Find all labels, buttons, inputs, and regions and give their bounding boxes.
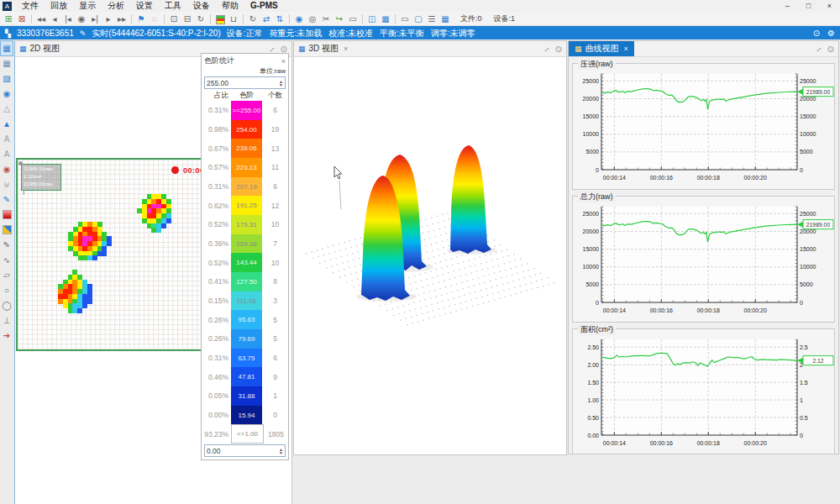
expand-icon[interactable]: ↕ — [267, 44, 276, 53]
palette-icon[interactable] — [1, 223, 13, 237]
video-icon[interactable]: ⊡ — [167, 13, 181, 25]
list-icon[interactable]: ☰ — [425, 13, 438, 25]
pressure-cell — [166, 218, 171, 223]
peak-3d-icon[interactable]: ▲ — [1, 117, 13, 131]
first-frame-icon[interactable]: |◂ — [61, 13, 75, 25]
step-back-icon[interactable]: ◂ — [48, 13, 61, 25]
polygon-icon[interactable]: ▱ — [1, 268, 13, 282]
target-2d-icon[interactable]: ◉ — [1, 87, 13, 101]
svg-text:15000: 15000 — [800, 246, 816, 252]
grid-2d-icon[interactable]: ▦ — [1, 56, 13, 71]
tab-curves[interactable]: ▦ 曲线视图 × — [569, 41, 634, 56]
tooltip-handle[interactable] — [18, 161, 23, 165]
panel-settings-icon[interactable]: ⊙ — [555, 45, 562, 54]
stats-close-icon[interactable]: × — [281, 57, 286, 66]
expand-icon[interactable]: ↕ — [814, 44, 823, 53]
layout-grid-icon[interactable]: ▦ — [379, 13, 392, 25]
menu-8[interactable]: G-PMS — [244, 0, 284, 12]
pin-icon[interactable]: ⚑ — [134, 13, 148, 25]
loop-icon[interactable]: ◌ — [148, 13, 161, 25]
cut-icon[interactable]: ✂ — [319, 13, 333, 25]
measurement-tooltip[interactable]: 21989.00raw 2.12cm² 21989.00raw — [21, 164, 61, 191]
pressure-cell — [107, 241, 112, 246]
remove-icon[interactable]: ⊠ — [15, 13, 29, 25]
expand-icon[interactable]: ↕ — [542, 44, 551, 53]
record-target-icon[interactable]: ◉ — [1, 162, 13, 176]
layout-split-icon[interactable]: ◫ — [365, 13, 379, 25]
polyline-icon[interactable]: ∿ — [1, 253, 13, 267]
panel-3d-body[interactable] — [294, 57, 566, 454]
surface-3d-plot[interactable] — [294, 57, 564, 454]
spinner-arrows-icon[interactable]: ▲▼ — [279, 448, 283, 454]
stop-record-icon[interactable]: ◉ — [75, 13, 88, 25]
colorbar-icon[interactable] — [213, 13, 227, 25]
video-refresh-icon[interactable]: ↻ — [194, 13, 207, 25]
menu-5[interactable]: 工具 — [159, 0, 187, 12]
area-chart[interactable]: 00:00:1400:00:1600:00:1800:00:200.0000.5… — [575, 334, 836, 450]
menu-7[interactable]: 帮助 — [216, 0, 244, 12]
menu-0[interactable]: 文件 — [16, 0, 45, 12]
monitor-icon[interactable]: ▢ — [412, 13, 425, 25]
tooltip-pressure: 21989.00raw — [24, 165, 59, 173]
avg-box-icon[interactable]: A — [1, 147, 13, 161]
last-frame-icon[interactable]: ▸| — [88, 13, 102, 25]
panel-settings-icon[interactable]: ⊙ — [827, 45, 834, 54]
play-icon[interactable]: ▸ — [102, 13, 115, 25]
menu-3[interactable]: 分析 — [102, 0, 130, 12]
layout-icon[interactable]: ▦ — [1, 41, 13, 55]
info-icon[interactable]: ⊙ — [813, 29, 820, 38]
frame-icon[interactable]: ▭ — [398, 13, 412, 25]
edit-icon[interactable]: ✎ — [80, 29, 87, 38]
ruler-icon[interactable]: ⊥ — [1, 313, 13, 328]
force-chart[interactable]: 00:00:1400:00:1600:00:1800:00:2000500050… — [575, 202, 836, 318]
tab-2d-label[interactable]: 2D 视图 — [30, 43, 60, 55]
export-icon[interactable]: ↪ — [333, 13, 346, 25]
close-button[interactable]: × — [819, 0, 840, 12]
avg-left-icon[interactable]: A — [1, 132, 13, 146]
minimize-button[interactable]: – — [777, 0, 798, 12]
svg-text:5000: 5000 — [800, 281, 813, 287]
circle-tool-icon[interactable]: ○ — [1, 283, 13, 297]
pen-blue-icon[interactable]: ✎ — [1, 192, 13, 207]
menu-2[interactable]: 显示 — [73, 0, 102, 12]
bucket-icon[interactable]: ⊔ — [227, 13, 240, 25]
spinner-arrows-icon[interactable]: ▲▼ — [279, 80, 283, 87]
fast-forward-icon[interactable]: ▸▸ — [115, 13, 129, 25]
menu-4[interactable]: 设置 — [130, 0, 159, 12]
video-off-icon[interactable]: ⊟ — [181, 13, 194, 25]
maximize-button[interactable]: □ — [798, 0, 819, 12]
exit-icon[interactable]: ➔ — [1, 328, 13, 343]
tab-close-icon[interactable]: × — [344, 45, 348, 53]
pencil-icon[interactable]: ✎ — [1, 238, 13, 252]
menu-1[interactable]: 回放 — [45, 0, 73, 12]
row-count: 0 — [265, 406, 286, 425]
region-icon[interactable]: ▭ — [346, 13, 360, 25]
tab-close-icon[interactable]: × — [624, 45, 628, 53]
settings-icon[interactable]: ⚙ — [827, 29, 835, 38]
tab-3d-label[interactable]: 3D 视图 — [309, 43, 339, 55]
stats-row: 0.41%127.508 — [204, 272, 286, 291]
gradient-icon[interactable] — [1, 207, 13, 222]
toolbar-separator — [131, 14, 132, 24]
grid-view-icon[interactable]: ▦ — [438, 13, 452, 25]
menu-6[interactable]: 设备 — [187, 0, 216, 12]
min-level-spinbox[interactable]: 0.00 ▲▼ — [204, 444, 286, 457]
ellipse-tool-icon[interactable]: ◯ — [1, 298, 13, 312]
pressure-cell — [82, 303, 87, 308]
stamp-icon[interactable]: ⊎ — [1, 177, 13, 192]
swap-horizontal-icon[interactable]: ⇄ — [260, 13, 273, 25]
row-percent: 0.31% — [204, 349, 228, 368]
pressure-grid-2d[interactable]: 21989.00raw 2.12cm² 21989.00raw 00:00:02 — [16, 158, 207, 351]
rotate-icon[interactable]: ↻ — [246, 13, 260, 25]
add-icon[interactable]: ⊞ — [2, 13, 15, 25]
stats-row: 0.15%111.563 — [204, 291, 286, 311]
peak-flat-icon[interactable]: △ — [1, 102, 13, 116]
pressure-chart[interactable]: 00:00:1400:00:1600:00:1800:00:2000500050… — [575, 69, 836, 185]
target-icon[interactable]: ◉ — [292, 13, 306, 25]
target-outline-icon[interactable]: ◎ — [306, 13, 319, 25]
max-level-spinbox[interactable]: 255.00 ▲▼ — [204, 76, 286, 89]
rewind-icon[interactable]: ◂◂ — [34, 13, 48, 25]
panel-settings-icon[interactable]: ⊙ — [281, 45, 287, 54]
surface-3d-icon[interactable]: ▨ — [1, 71, 13, 86]
swap-vertical-icon[interactable]: ⇅ — [273, 13, 286, 25]
